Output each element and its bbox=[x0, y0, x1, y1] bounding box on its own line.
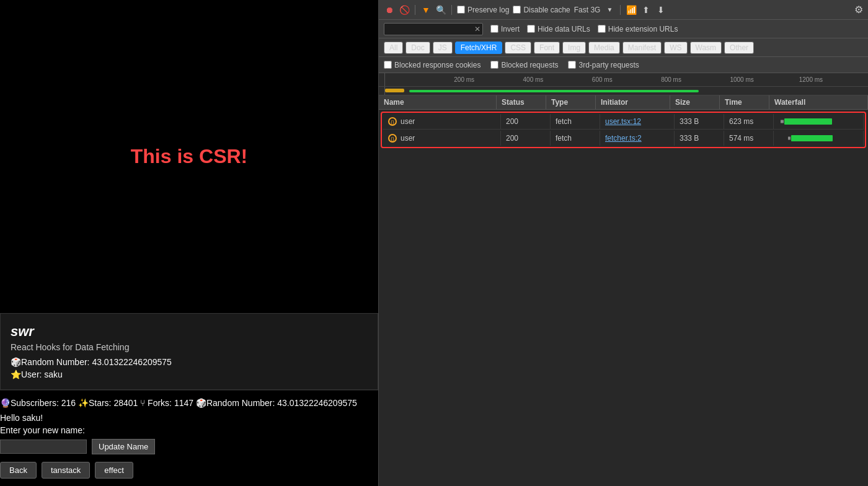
fetch-icon-1: {} bbox=[388, 117, 397, 126]
row1-name: user bbox=[401, 117, 415, 126]
td-size-1: 333 B bbox=[675, 114, 724, 129]
wf-green-2 bbox=[791, 135, 833, 141]
filter-tab-img[interactable]: Img bbox=[562, 42, 586, 54]
throttle-text: Fast 3G bbox=[574, 6, 601, 14]
name-input[interactable] bbox=[0, 440, 87, 454]
hide-extension-urls-label[interactable]: Hide extension URLs bbox=[598, 25, 678, 33]
td-status-2: 200 bbox=[501, 131, 551, 146]
filter-tabs: AllDocJSFetch/XHRCSSFontImgMediaManifest… bbox=[379, 38, 868, 57]
checkbox-filter-2[interactable]: 3rd-party requests bbox=[568, 61, 639, 69]
toolbar-separator-2 bbox=[451, 5, 452, 15]
search-icon[interactable]: 🔍 bbox=[435, 4, 446, 15]
download-icon[interactable]: ⬇ bbox=[655, 4, 666, 15]
disable-cache-label[interactable]: Disable cache bbox=[513, 6, 570, 14]
hide-data-urls-checkbox[interactable] bbox=[527, 25, 535, 33]
throttle-dropdown-icon[interactable]: ▼ bbox=[604, 4, 615, 15]
timeline-bar-spacer bbox=[379, 87, 385, 95]
checkbox-filters-row: Blocked response cookiesBlocked requests… bbox=[379, 57, 868, 73]
csr-title-suffix: ! bbox=[241, 145, 248, 167]
wf-waiting-2 bbox=[788, 137, 790, 140]
highlighted-rows-box: {} user 200 fetch user.tsx:12 333 B 623 … bbox=[381, 112, 866, 148]
filter-input[interactable] bbox=[384, 23, 483, 35]
th-waterfall[interactable]: Waterfall bbox=[769, 95, 868, 109]
invert-label[interactable]: Invert bbox=[490, 25, 520, 33]
timeline-bar-green bbox=[409, 90, 699, 92]
devtools-toolbar: ⏺ 🚫 ▼ 🔍 Preserve log Disable cache Fast … bbox=[379, 0, 868, 20]
table-header: Name Status Type Initiator Size Time Wat… bbox=[379, 95, 868, 110]
filter-tab-ws[interactable]: WS bbox=[664, 42, 687, 54]
update-name-button[interactable]: Update Name bbox=[92, 439, 155, 454]
checkbox-filter-0[interactable]: Blocked response cookies bbox=[384, 61, 480, 69]
timeline-ruler: 200 ms400 ms600 ms800 ms1000 ms1200 ms bbox=[385, 73, 868, 86]
invert-text: Invert bbox=[501, 25, 520, 33]
table-row[interactable]: {} user 200 fetch user.tsx:12 333 B 623 … bbox=[382, 113, 865, 130]
record-icon[interactable]: ⏺ bbox=[384, 4, 395, 15]
tanstack-button[interactable]: tanstack bbox=[42, 462, 90, 479]
timeline-mark-3: 800 ms bbox=[661, 76, 681, 83]
clear-icon[interactable]: 🚫 bbox=[399, 4, 410, 15]
td-time-2: 574 ms bbox=[724, 131, 774, 146]
filter-tab-wasm[interactable]: Wasm bbox=[690, 42, 722, 54]
hide-extension-urls-text: Hide extension URLs bbox=[608, 25, 678, 33]
timeline-mark-4: 1000 ms bbox=[730, 76, 753, 83]
stats-line: 🔮Subscribers: 216 ✨Stars: 28401 ⑂ Forks:… bbox=[0, 398, 378, 408]
filter-tab-js[interactable]: JS bbox=[433, 42, 453, 54]
checkbox-label-2: 3rd-party requests bbox=[578, 61, 639, 69]
filter-icon[interactable]: ▼ bbox=[420, 4, 432, 15]
checkbox-input-0[interactable] bbox=[384, 61, 392, 69]
settings-icon[interactable]: ⚙ bbox=[854, 4, 863, 15]
table-row[interactable]: {} user 200 fetch fetcher.ts:2 333 B 574… bbox=[382, 130, 865, 147]
checkbox-filter-1[interactable]: Blocked requests bbox=[490, 61, 558, 69]
filter-tab-other[interactable]: Other bbox=[724, 42, 754, 54]
initiator-link-1[interactable]: user.tsx:12 bbox=[605, 117, 641, 126]
th-name[interactable]: Name bbox=[379, 95, 497, 109]
th-status[interactable]: Status bbox=[497, 95, 546, 109]
checkbox-label-0: Blocked response cookies bbox=[394, 61, 480, 69]
swr-user: ⭐User: saku bbox=[11, 369, 368, 379]
preserve-log-label[interactable]: Preserve log bbox=[457, 6, 509, 14]
filter-tab-fetch/xhr[interactable]: Fetch/XHR bbox=[455, 42, 503, 54]
nav-buttons: Back tanstack effect bbox=[0, 462, 378, 479]
timeline-left-spacer bbox=[379, 73, 385, 86]
td-time-1: 623 ms bbox=[724, 114, 774, 129]
th-size[interactable]: Size bbox=[670, 95, 720, 109]
th-initiator[interactable]: Initiator bbox=[596, 95, 670, 109]
td-waterfall-2 bbox=[774, 131, 864, 146]
td-type-2: fetch bbox=[551, 131, 600, 146]
swr-random-number: 🎲Random Number: 43.01322246209575 bbox=[11, 357, 368, 367]
th-type[interactable]: Type bbox=[546, 95, 596, 109]
filter-tab-all[interactable]: All bbox=[384, 42, 403, 54]
upload-icon[interactable]: ⬆ bbox=[640, 4, 652, 15]
checkbox-input-1[interactable] bbox=[490, 61, 498, 69]
swr-label: swr bbox=[11, 324, 368, 340]
checkbox-label-1: Blocked requests bbox=[501, 61, 558, 69]
disable-cache-text: Disable cache bbox=[523, 6, 570, 14]
csr-title-prefix: This is bbox=[131, 145, 199, 167]
invert-checkbox[interactable] bbox=[490, 25, 498, 33]
search-clear-icon[interactable]: ✕ bbox=[474, 25, 480, 33]
filter-tab-css[interactable]: CSS bbox=[505, 42, 531, 54]
csr-title-highlight: CSR bbox=[199, 145, 241, 167]
filter-tab-font[interactable]: Font bbox=[534, 42, 560, 54]
timeline-mark-0: 200 ms bbox=[454, 76, 474, 83]
filter-tab-doc[interactable]: Doc bbox=[405, 42, 430, 54]
th-time[interactable]: Time bbox=[720, 95, 769, 109]
swr-subtitle: React Hooks for Data Fetching bbox=[11, 342, 368, 352]
filter-tab-media[interactable]: Media bbox=[588, 42, 620, 54]
hide-data-urls-label[interactable]: Hide data URLs bbox=[527, 25, 590, 33]
search-row: ✕ Invert Hide data URLs Hide extension U… bbox=[379, 20, 868, 38]
filter-tab-manifest[interactable]: Manifest bbox=[622, 42, 662, 54]
preserve-log-checkbox[interactable] bbox=[457, 6, 465, 14]
back-button[interactable]: Back bbox=[0, 462, 37, 479]
csr-title: This is CSR! bbox=[131, 145, 247, 168]
left-panel: This is CSR! swr React Hooks for Data Fe… bbox=[0, 0, 378, 486]
hide-extension-urls-checkbox[interactable] bbox=[598, 25, 606, 33]
initiator-link-2[interactable]: fetcher.ts:2 bbox=[605, 134, 642, 143]
fetch-icon-2: {} bbox=[388, 134, 397, 143]
effect-button[interactable]: effect bbox=[95, 462, 133, 479]
bottom-section: 🔮Subscribers: 216 ✨Stars: 28401 ⑂ Forks:… bbox=[0, 390, 378, 486]
timeline-bars-area bbox=[385, 87, 868, 95]
checkbox-input-2[interactable] bbox=[568, 61, 576, 69]
disable-cache-checkbox[interactable] bbox=[513, 6, 521, 14]
search-input-wrap: ✕ bbox=[384, 23, 483, 35]
